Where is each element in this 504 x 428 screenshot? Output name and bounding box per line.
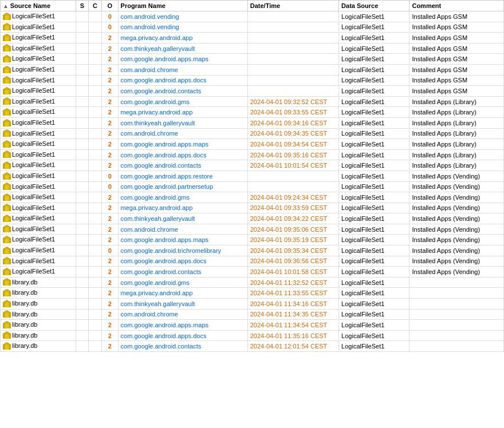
source-file-icon [3, 247, 12, 253]
table-row[interactable]: LogicalFileSet10com.android.vendingLogic… [1, 11, 504, 22]
source-name-text: LogicalFileSet1 [12, 151, 55, 158]
table-row[interactable]: LogicalFileSet12com.google.android.conta… [1, 160, 504, 171]
cell-datasource: LogicalFileSet1 [339, 149, 410, 160]
cell-datetime: 2024-04-01 09:32:52 CEST [247, 96, 338, 107]
cell-datasource: LogicalFileSet1 [339, 117, 410, 128]
cell-o: 2 [101, 96, 118, 107]
svg-rect-35 [5, 133, 9, 136]
cell-datetime: 2024-04-01 09:36:56 CEST [247, 256, 338, 267]
table-row[interactable]: LogicalFileSet12com.google.android.gms20… [1, 192, 504, 203]
table-row[interactable]: LogicalFileSet12com.google.android.apps.… [1, 149, 504, 160]
table-row[interactable]: library.db2com.thinkyeah.galleryvault202… [1, 299, 504, 310]
cell-program: mega.privacy.android.app [118, 203, 247, 213]
col-header-datasource[interactable]: Data Source [339, 1, 410, 11]
table-row[interactable]: library.db2mega.privacy.android.app2024-… [1, 288, 504, 299]
cell-program: com.google.android.apps.maps [118, 54, 247, 65]
col-header-o[interactable]: O [101, 1, 118, 11]
source-name-text: LogicalFileSet1 [12, 204, 55, 211]
cell-s [76, 320, 89, 331]
svg-rect-2 [5, 16, 9, 19]
table-row[interactable]: LogicalFileSet12com.google.android.apps.… [1, 54, 504, 65]
cell-datetime: 2024-04-01 09:34:54 CEST [247, 139, 338, 150]
cell-comment: Installed Apps GSM [410, 22, 504, 33]
cell-comment: Installed Apps (Library) [410, 128, 504, 139]
source-name-text: library.db [12, 279, 37, 286]
source-file-icon [3, 332, 12, 339]
cell-source: LogicalFileSet1 [1, 235, 76, 245]
table-row[interactable]: library.db2com.google.android.apps.docs2… [1, 330, 504, 341]
table-row[interactable]: LogicalFileSet12com.google.android.apps.… [1, 139, 504, 150]
svg-rect-71 [5, 260, 9, 264]
svg-rect-74 [5, 271, 9, 275]
table-row[interactable]: LogicalFileSet12com.google.android.conta… [1, 267, 504, 278]
col-header-datetime[interactable]: Date/Time [247, 1, 338, 11]
table-row[interactable]: LogicalFileSet12com.thinkyeah.galleryvau… [1, 213, 504, 224]
source-name-text: LogicalFileSet1 [12, 55, 55, 62]
table-row[interactable]: LogicalFileSet12com.google.android.gms20… [1, 96, 504, 107]
col-header-source[interactable]: ▲ Source Name [1, 1, 76, 11]
table-row[interactable]: LogicalFileSet12com.thinkyeah.galleryvau… [1, 117, 504, 128]
cell-datetime: 2024-04-01 11:33:55 CEST [247, 288, 338, 299]
table-row[interactable]: LogicalFileSet12com.android.chrome2024-0… [1, 224, 504, 235]
table-row[interactable]: LogicalFileSet12com.thinkyeah.galleryvau… [1, 43, 504, 54]
svg-rect-86 [5, 314, 9, 317]
table-row[interactable]: LogicalFileSet12mega.privacy.android.app… [1, 107, 504, 118]
source-name-text: LogicalFileSet1 [12, 225, 55, 232]
col-header-c[interactable]: C [89, 1, 102, 11]
cell-source: LogicalFileSet1 [1, 86, 76, 97]
cell-datetime: 2024-04-01 09:35:19 CEST [247, 235, 338, 245]
cell-program: com.thinkyeah.galleryvault [118, 117, 247, 128]
source-file-icon [3, 215, 12, 221]
cell-datasource: LogicalFileSet1 [339, 267, 410, 278]
table-row[interactable]: library.db2com.google.android.contacts20… [1, 341, 504, 352]
svg-rect-77 [5, 282, 9, 285]
svg-rect-14 [5, 58, 9, 62]
table-row[interactable]: LogicalFileSet12com.google.android.apps.… [1, 75, 504, 86]
cell-o: 2 [101, 341, 118, 352]
cell-datasource: LogicalFileSet1 [339, 256, 410, 267]
table-row[interactable]: library.db2com.android.chrome2024-04-01 … [1, 309, 504, 320]
cell-program: com.google.android.gms [118, 96, 247, 107]
table-row[interactable]: LogicalFileSet12com.google.android.apps.… [1, 256, 504, 267]
cell-datetime: 2024-04-01 09:35:16 CEST [247, 149, 338, 160]
table-row[interactable]: library.db2com.google.android.apps.maps2… [1, 320, 504, 331]
table-row[interactable]: library.db2com.google.android.gms2024-04… [1, 277, 504, 288]
col-header-s[interactable]: S [76, 1, 89, 11]
table-row[interactable]: LogicalFileSet12mega.privacy.android.app… [1, 203, 504, 213]
cell-c [89, 288, 102, 299]
cell-s [76, 277, 89, 288]
col-header-program[interactable]: Program Name [118, 1, 247, 11]
source-file-icon [3, 77, 12, 84]
table-row[interactable]: LogicalFileSet12com.google.android.apps.… [1, 235, 504, 245]
cell-source: library.db [1, 341, 76, 352]
source-file-icon [3, 300, 12, 307]
table-row[interactable]: LogicalFileSet12com.android.chrome2024-0… [1, 128, 504, 139]
source-name-text: LogicalFileSet1 [12, 161, 55, 168]
cell-program: com.google.android.gms [118, 192, 247, 203]
table-row[interactable]: LogicalFileSet12com.android.chromeLogica… [1, 64, 504, 75]
cell-datetime: 2024-04-01 09:33:59 CEST [247, 203, 338, 213]
svg-rect-83 [5, 303, 9, 307]
table-row[interactable]: LogicalFileSet12mega.privacy.android.app… [1, 33, 504, 43]
sort-arrow-icon: ▲ [3, 3, 10, 9]
source-name-text: LogicalFileSet1 [12, 23, 55, 30]
table-row[interactable]: LogicalFileSet10com.android.vendingLogic… [1, 22, 504, 33]
cell-o: 2 [101, 64, 118, 75]
cell-comment: Installed Apps (Vending) [410, 213, 504, 224]
cell-comment: Installed Apps (Vending) [410, 245, 504, 256]
cell-source: LogicalFileSet1 [1, 54, 76, 65]
table-row[interactable]: LogicalFileSet10com.google.android.trich… [1, 245, 504, 256]
col-header-comment[interactable]: Comment [410, 1, 504, 11]
table-row[interactable]: LogicalFileSet12com.google.android.conta… [1, 86, 504, 97]
table-row[interactable]: LogicalFileSet10com.google.android.apps.… [1, 171, 504, 181]
cell-o: 2 [101, 107, 118, 118]
cell-comment [410, 299, 504, 310]
cell-program: com.google.android.partnersetup [118, 181, 247, 192]
svg-rect-44 [5, 165, 9, 168]
cell-comment: Installed Apps GSM [410, 54, 504, 65]
cell-s [76, 86, 89, 97]
table-row[interactable]: LogicalFileSet10com.google.android.partn… [1, 181, 504, 192]
cell-o: 2 [101, 139, 118, 150]
cell-datasource: LogicalFileSet1 [339, 235, 410, 245]
cell-source: LogicalFileSet1 [1, 75, 76, 86]
